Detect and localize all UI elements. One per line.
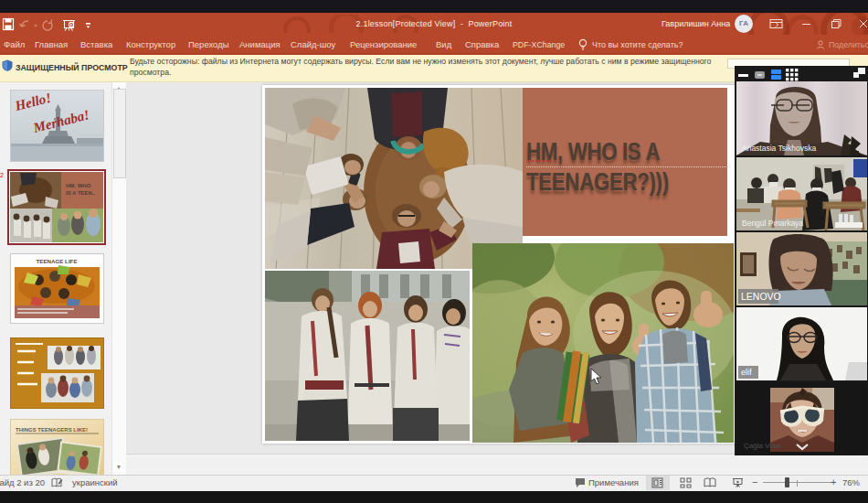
svg-text:elif: elif: [741, 368, 752, 377]
svg-text:THINGS TEENAGERS LIKE!: THINGS TEENAGERS LIKE!: [16, 427, 88, 433]
svg-text:LENOVO: LENOVO: [741, 291, 781, 302]
svg-text:TEENAGE LIFE: TEENAGE LIFE: [36, 258, 77, 264]
svg-text:HM, WHO: HM, WHO: [66, 183, 91, 188]
svg-text:Çağla Vidal: Çağla Vidal: [744, 442, 781, 450]
svg-text:Bengül Pınarkaya: Bengül Pınarkaya: [742, 219, 803, 228]
svg-text:IS A TEEN..: IS A TEEN..: [66, 190, 96, 196]
svg-text:Anastasia Tsikhovska: Anastasia Tsikhovska: [742, 144, 816, 153]
